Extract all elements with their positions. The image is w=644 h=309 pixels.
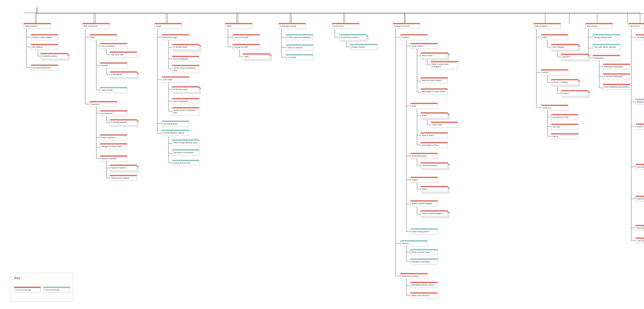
node-solar[interactable]: Solar <box>410 103 438 109</box>
node-co2-report[interactable]: Co2 report <box>286 54 313 60</box>
node-contact-us[interactable]: Contact us <box>541 105 568 111</box>
node-smat1[interactable]: Smart thermostat 1 <box>421 162 449 170</box>
node-smat[interactable]: Smat thermostats <box>410 153 438 159</box>
node-gas-similar[interactable]: Similar homes comparison data <box>172 107 199 115</box>
node-question-1[interactable]: Question 1 <box>561 54 590 61</box>
node-adv-sm[interactable]: Advantages of smart meters <box>421 88 448 94</box>
node-book-sm[interactable]: Book a smart meter installation <box>431 61 458 69</box>
node-account-balance[interactable]: Account balance <box>100 43 127 49</box>
label: Services <box>400 242 427 246</box>
node-order-solar[interactable]: Order Solar <box>431 122 458 128</box>
node-smart-product-1[interactable]: Smart home product 1 <box>340 34 368 42</box>
node-topup-prepaid[interactable]: Top up pre-paid meter <box>31 65 58 70</box>
node-boilers[interactable]: Boilers <box>410 177 438 183</box>
node-make-payment[interactable]: Make a payment <box>100 134 127 140</box>
node-switch-account[interactable]: Switch account <box>636 196 644 202</box>
node-book-service[interactable]: Book a service/ repair <box>410 249 438 255</box>
node-add-payment[interactable]: Add Payment method <box>110 175 137 181</box>
node-sync-calendar[interactable]: Sync with device calendar <box>593 44 620 50</box>
node-smart-meters[interactable]: Smart meters <box>410 43 438 49</box>
node-products[interactable]: Products <box>400 34 428 40</box>
node-afford-warmth[interactable]: Affordable warmth scheme <box>410 282 438 288</box>
node-payment-method-1[interactable]: Payment method 1 <box>110 165 138 172</box>
node-eonsee-notif[interactable]: E.ON see notifications <box>603 73 630 79</box>
node-live-chat[interactable]: Live chat <box>551 124 578 130</box>
node-product-function[interactable]: Product function <box>350 44 378 50</box>
node-xmonth-payment[interactable]: [X Month] payment <box>110 119 138 127</box>
node-logout[interactable]: Log out <box>636 238 644 244</box>
node-what-solar[interactable]: What is Solar? <box>421 132 448 138</box>
node-gas-dataviz[interactable]: Data visualisation <box>172 98 199 104</box>
node-my-account[interactable]: My Account <box>628 23 644 29</box>
node-refer[interactable]: Refer a friend to E.ON <box>636 124 644 129</box>
node-elec-similar[interactable]: Similar homes comparison data <box>172 65 199 73</box>
node-top-device[interactable]: Top device consumption <box>172 149 199 155</box>
node-elec-usage[interactable]: Electricity usage <box>162 34 189 40</box>
node-faq-category[interactable]: FAQ Category <box>551 44 580 51</box>
node-gas-xmonth[interactable]: [X Month] usage <box>172 86 201 94</box>
node-current-tariff[interactable]: Your current tariff <box>233 34 260 40</box>
node-products-services[interactable]: Product & services <box>393 23 420 29</box>
node-badges[interactable]: Badges <box>636 99 644 105</box>
node-my-readings[interactable]: My readings <box>31 44 58 50</box>
node-xmonth-bill[interactable]: [X Month] bill <box>110 71 138 79</box>
node-govt-schemes[interactable]: Goverment schemes <box>400 273 428 279</box>
node-home-report[interactable]: Home energy efficieny report <box>172 139 199 145</box>
node-submit-reading[interactable]: Submit a meter reading <box>31 34 58 40</box>
node-sm1[interactable]: Smart meter 1 <box>421 52 449 60</box>
node-change-tariff[interactable]: Change my tariff <box>233 44 260 50</box>
node-howto-category[interactable]: How to... Category <box>551 79 580 87</box>
node-security[interactable]: Security <box>636 164 644 170</box>
node-guide-1[interactable]: Guide 1 <box>561 90 590 98</box>
node-manage-dd[interactable]: Manage my Direct Debit <box>100 143 127 149</box>
node-ev[interactable]: Electric vehicle charging <box>410 200 438 206</box>
node-call-us[interactable]: Call us <box>551 133 578 139</box>
node-xmonth-reading[interactable]: [X Month] reading <box>40 53 69 60</box>
label: Top device consumption <box>172 151 199 155</box>
node-ee-reports[interactable]: Energy efficiency reports <box>162 130 189 136</box>
node-usage[interactable]: Usage <box>154 23 182 29</box>
node-sustainable[interactable]: Sustainable energy <box>279 23 306 29</box>
node-tariffs[interactable]: Tariffs <box>225 23 252 29</box>
node-my-bills[interactable]: My bills <box>100 62 127 68</box>
node-notifications[interactable]: Notifications <box>593 55 620 61</box>
node-payment-methods[interactable]: Payment methods <box>100 155 127 161</box>
node-boiler1[interactable]: Boiler 1 <box>421 186 449 194</box>
node-howto[interactable]: How to... <box>541 69 568 75</box>
label: What are smart meters? <box>421 78 448 83</box>
node-tariff-1[interactable]: Tariff 1 <box>243 53 272 61</box>
node-push-notif[interactable]: Push notification permissions <box>603 84 630 90</box>
node-meter-readings[interactable]: Meter readings <box>24 23 51 29</box>
node-ev1[interactable]: Electric vehicle charger 1 <box>421 210 449 218</box>
label: Smart home <box>332 24 359 29</box>
node-tailor-bills[interactable]: Tailor my bills <box>100 87 127 93</box>
node-solar1[interactable]: Solar 1 <box>421 112 449 120</box>
node-warm-home[interactable]: Warm home discount <box>410 292 438 298</box>
node-bills[interactable]: Bills <box>90 34 117 40</box>
node-bills-payments[interactable]: Bills & payments <box>82 23 110 29</box>
node-energy-goals[interactable]: Set energy goals <box>162 121 189 127</box>
node-topup-card[interactable]: Top up by card <box>110 51 137 57</box>
node-my-payments[interactable]: My payments <box>100 110 127 116</box>
node-smart-home[interactable]: Smart home <box>332 23 359 29</box>
node-payments[interactable]: Payments <box>90 101 117 107</box>
node-app-settings[interactable]: App settings <box>586 23 613 29</box>
node-my-details[interactable]: My details <box>636 34 644 40</box>
node-adv-solar[interactable]: Advantages of Solar <box>421 142 448 148</box>
node-elec-xmonth[interactable]: [X Month] usage <box>172 44 201 51</box>
node-fitness-score[interactable]: Energy fitness score <box>172 160 199 166</box>
node-what-sm[interactable]: What are smart meters? <box>421 77 448 83</box>
node-energy-saving[interactable]: Energy-saving mode <box>593 34 620 40</box>
node-async-chat[interactable]: Asynchronous chat <box>551 114 578 120</box>
node-marketing-notif[interactable]: Marketing notifications <box>603 64 630 70</box>
node-green-accred[interactable]: E.ON's green accreditations <box>286 34 313 40</box>
node-manage-bookings[interactable]: Manage my bookings <box>410 259 438 265</box>
node-services[interactable]: Services <box>400 240 428 246</box>
node-clean-bolt[interactable]: Clean energy bolt-on <box>410 228 438 234</box>
node-elec-dataviz[interactable]: Data visualisation <box>172 56 199 62</box>
node-clean-air[interactable]: Clean air measure <box>286 44 313 50</box>
node-faqs[interactable]: FAQs <box>541 34 568 40</box>
node-terms[interactable]: Terms and conditions <box>636 225 644 231</box>
node-help-support[interactable]: Help & Support <box>534 23 561 29</box>
node-gas-usage[interactable]: Gas usage <box>162 76 189 82</box>
